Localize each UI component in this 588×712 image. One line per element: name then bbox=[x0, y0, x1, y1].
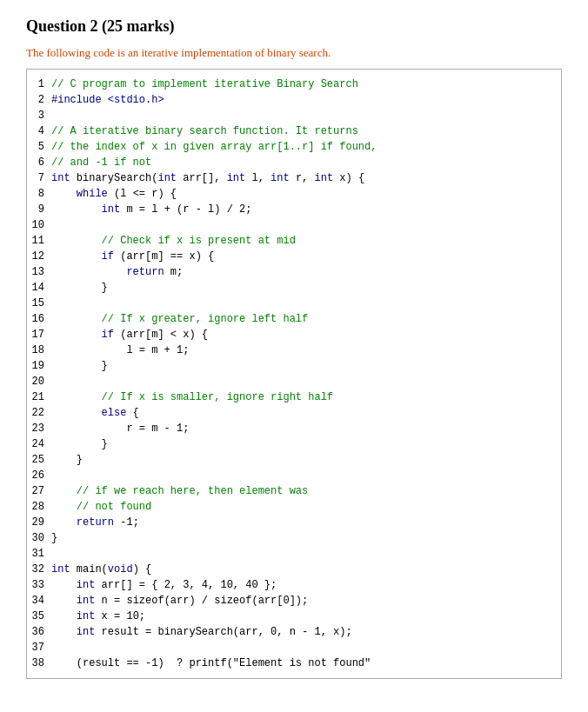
line-text: (result == -1) ? printf("Element is not … bbox=[51, 655, 561, 671]
line-text: // A iterative binary search function. I… bbox=[51, 123, 561, 139]
line-text: } bbox=[51, 452, 561, 468]
code-line: 2#include <stdio.h> bbox=[27, 92, 561, 108]
line-text bbox=[51, 108, 561, 123]
line-text: // C program to implement iterative Bina… bbox=[51, 77, 561, 92]
line-number: 30 bbox=[27, 530, 51, 546]
line-text: // Check if x is present at mid bbox=[51, 233, 561, 249]
line-number: 18 bbox=[27, 343, 51, 358]
line-text: // if we reach here, then element was bbox=[51, 483, 561, 499]
line-text: int result = binarySearch(arr, 0, n - 1,… bbox=[51, 624, 561, 640]
line-text: } bbox=[51, 280, 561, 296]
line-number: 5 bbox=[27, 139, 51, 155]
line-number: 32 bbox=[27, 562, 51, 577]
code-line: 24 } bbox=[27, 436, 561, 452]
line-number: 34 bbox=[27, 593, 51, 609]
code-line: 27 // if we reach here, then element was bbox=[27, 483, 561, 499]
line-number: 31 bbox=[27, 546, 51, 562]
code-line: 17 if (arr[m] < x) { bbox=[27, 327, 561, 343]
line-number: 27 bbox=[27, 483, 51, 499]
code-line: 32int main(void) { bbox=[27, 562, 561, 577]
code-line: 22 else { bbox=[27, 405, 561, 421]
line-text bbox=[51, 640, 561, 655]
code-line: 38 (result == -1) ? printf("Element is n… bbox=[27, 655, 561, 671]
line-number: 6 bbox=[27, 155, 51, 170]
line-number: 38 bbox=[27, 655, 51, 671]
code-line: 15 bbox=[27, 296, 561, 311]
line-number: 36 bbox=[27, 624, 51, 640]
code-line: 31 bbox=[27, 546, 561, 562]
code-line: 14 } bbox=[27, 280, 561, 296]
code-line: 4// A iterative binary search function. … bbox=[27, 123, 561, 139]
line-number: 13 bbox=[27, 264, 51, 280]
line-number: 8 bbox=[27, 186, 51, 202]
line-number: 24 bbox=[27, 436, 51, 452]
code-line: 6// and -1 if not bbox=[27, 155, 561, 170]
code-line: 26 bbox=[27, 468, 561, 483]
line-text: } bbox=[51, 358, 561, 374]
line-text: r = m - 1; bbox=[51, 421, 561, 436]
code-line: 8 while (l <= r) { bbox=[27, 186, 561, 202]
line-number: 1 bbox=[27, 77, 51, 92]
code-line: 36 int result = binarySearch(arr, 0, n -… bbox=[27, 624, 561, 640]
line-text: while (l <= r) { bbox=[51, 186, 561, 202]
code-block: 1// C program to implement iterative Bin… bbox=[26, 69, 562, 679]
code-line: 5// the index of x in given array arr[1.… bbox=[27, 139, 561, 155]
code-line: 30} bbox=[27, 530, 561, 546]
line-number: 28 bbox=[27, 499, 51, 515]
line-text bbox=[51, 296, 561, 311]
line-number: 19 bbox=[27, 358, 51, 374]
line-text: int main(void) { bbox=[51, 562, 561, 577]
line-number: 15 bbox=[27, 296, 51, 311]
line-number: 4 bbox=[27, 123, 51, 139]
line-number: 10 bbox=[27, 217, 51, 233]
code-line: 37 bbox=[27, 640, 561, 655]
line-text: int arr[] = { 2, 3, 4, 10, 40 }; bbox=[51, 577, 561, 593]
code-line: 18 l = m + 1; bbox=[27, 343, 561, 358]
line-text: return -1; bbox=[51, 515, 561, 530]
line-number: 3 bbox=[27, 108, 51, 123]
line-text: else { bbox=[51, 405, 561, 421]
line-number: 35 bbox=[27, 609, 51, 624]
code-line: 10 bbox=[27, 217, 561, 233]
line-number: 16 bbox=[27, 311, 51, 327]
question-description: The following code is an iterative imple… bbox=[26, 46, 562, 60]
line-text: } bbox=[51, 530, 561, 546]
line-number: 9 bbox=[27, 202, 51, 217]
line-number: 7 bbox=[27, 170, 51, 186]
code-line: 28 // not found bbox=[27, 499, 561, 515]
line-text: if (arr[m] < x) { bbox=[51, 327, 561, 343]
line-text bbox=[51, 217, 561, 233]
line-number: 12 bbox=[27, 249, 51, 264]
line-text bbox=[51, 546, 561, 562]
code-line: 29 return -1; bbox=[27, 515, 561, 530]
line-text: // and -1 if not bbox=[51, 155, 561, 170]
line-number: 20 bbox=[27, 374, 51, 389]
line-number: 14 bbox=[27, 280, 51, 296]
line-text: int binarySearch(int arr[], int l, int r… bbox=[51, 170, 561, 186]
line-text: // If x greater, ignore left half bbox=[51, 311, 561, 327]
code-line: 33 int arr[] = { 2, 3, 4, 10, 40 }; bbox=[27, 577, 561, 593]
code-line: 21 // If x is smaller, ignore right half bbox=[27, 389, 561, 405]
code-line: 13 return m; bbox=[27, 264, 561, 280]
line-text: // If x is smaller, ignore right half bbox=[51, 389, 561, 405]
code-line: 9 int m = l + (r - l) / 2; bbox=[27, 202, 561, 217]
line-number: 2 bbox=[27, 92, 51, 108]
line-number: 11 bbox=[27, 233, 51, 249]
line-text: int x = 10; bbox=[51, 609, 561, 624]
code-line: 19 } bbox=[27, 358, 561, 374]
line-number: 22 bbox=[27, 405, 51, 421]
code-line: 23 r = m - 1; bbox=[27, 421, 561, 436]
code-line: 35 int x = 10; bbox=[27, 609, 561, 624]
line-text: #include <stdio.h> bbox=[51, 92, 561, 108]
line-text: } bbox=[51, 436, 561, 452]
code-line: 25 } bbox=[27, 452, 561, 468]
line-number: 29 bbox=[27, 515, 51, 530]
line-text: // the index of x in given array arr[1..… bbox=[51, 139, 561, 155]
code-line: 1// C program to implement iterative Bin… bbox=[27, 77, 561, 92]
code-line: 16 // If x greater, ignore left half bbox=[27, 311, 561, 327]
line-text: if (arr[m] == x) { bbox=[51, 249, 561, 264]
question-title: Question 2 (25 marks) bbox=[26, 17, 562, 36]
line-text: return m; bbox=[51, 264, 561, 280]
line-number: 37 bbox=[27, 640, 51, 655]
code-line: 11 // Check if x is present at mid bbox=[27, 233, 561, 249]
